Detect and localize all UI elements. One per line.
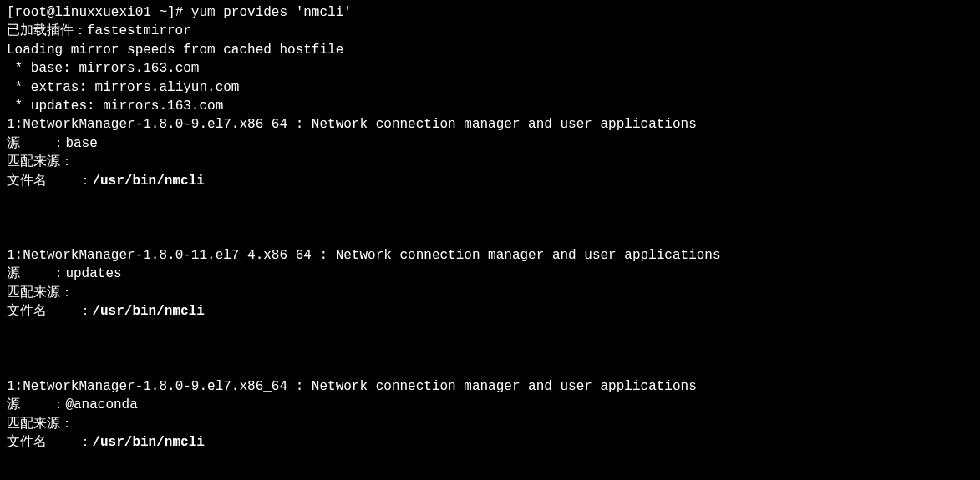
filename-label: 文件名 ： [7, 304, 92, 319]
package-name-desc: 1:NetworkManager-1.8.0-9.el7.x86_64 : Ne… [7, 115, 973, 134]
package-source: 源 ：updates [7, 265, 973, 283]
command-text: yum provides 'nmcli' [191, 5, 352, 20]
blank-line [7, 340, 973, 358]
blank-line [7, 190, 973, 209]
source-value: base [65, 136, 97, 151]
source-label: 源 ： [7, 266, 65, 281]
filename-line: 文件名 ：/usr/bin/nmcli [7, 302, 973, 321]
terminal-output[interactable]: [root@linuxxuexi01 ~]# yum provides 'nmc… [7, 3, 973, 452]
match-source: 匹配来源： [7, 415, 973, 433]
source-label: 源 ： [7, 136, 65, 151]
output-line: * base: mirrors.163.com [7, 59, 973, 78]
filename-label: 文件名 ： [7, 435, 92, 450]
blank-line [7, 228, 973, 246]
filename-label: 文件名 ： [7, 174, 92, 189]
package-name-desc: 1:NetworkManager-1.8.0-9.el7.x86_64 : Ne… [7, 377, 973, 396]
filename-line: 文件名 ：/usr/bin/nmcli [7, 433, 973, 452]
output-line: * extras: mirrors.aliyun.com [7, 78, 973, 97]
output-line: * updates: mirrors.163.com [7, 97, 973, 115]
package-name-desc: 1:NetworkManager-1.8.0-11.el7_4.x86_64 :… [7, 246, 973, 265]
match-source: 匹配来源： [7, 153, 973, 171]
output-line: Loading mirror speeds from cached hostfi… [7, 41, 973, 59]
source-label: 源 ： [7, 397, 65, 412]
output-line: 已加载插件：fastestmirror [7, 22, 973, 40]
package-source: 源 ：@anaconda [7, 396, 973, 414]
filename-line: 文件名 ：/usr/bin/nmcli [7, 172, 973, 190]
shell-prompt: [root@linuxxuexi01 ~]# [7, 5, 191, 20]
filename-value: /usr/bin/nmcli [92, 435, 204, 450]
source-value: updates [65, 266, 121, 281]
blank-line [7, 209, 973, 227]
package-source: 源 ：base [7, 134, 973, 153]
blank-line [7, 321, 973, 340]
match-source: 匹配来源： [7, 284, 973, 302]
filename-value: /usr/bin/nmcli [92, 174, 204, 189]
blank-line [7, 358, 973, 376]
filename-value: /usr/bin/nmcli [92, 304, 204, 319]
source-value: @anaconda [65, 397, 137, 412]
command-line: [root@linuxxuexi01 ~]# yum provides 'nmc… [7, 3, 973, 22]
